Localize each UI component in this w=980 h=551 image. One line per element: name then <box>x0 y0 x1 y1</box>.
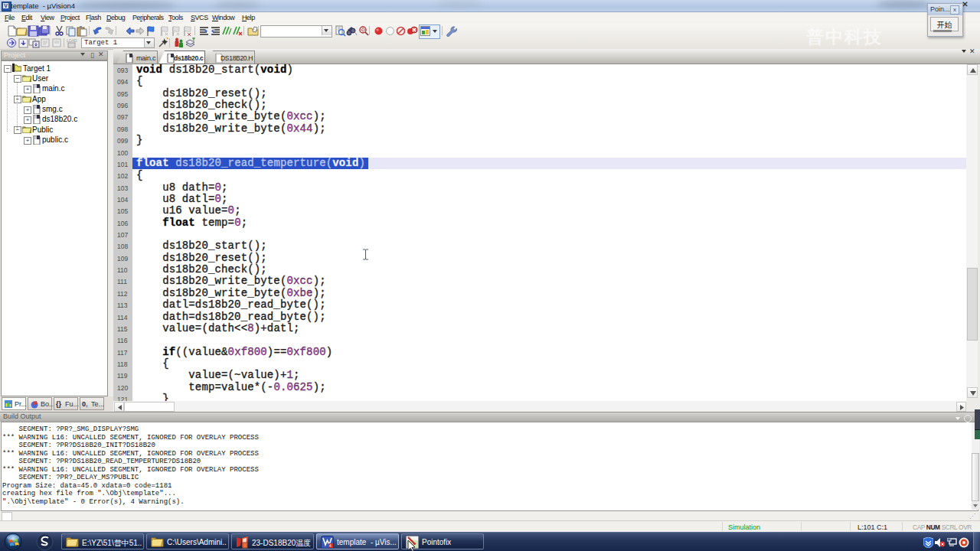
svg-text:LOAD: LOAD <box>67 38 77 43</box>
svg-text:4: 4 <box>329 543 332 548</box>
